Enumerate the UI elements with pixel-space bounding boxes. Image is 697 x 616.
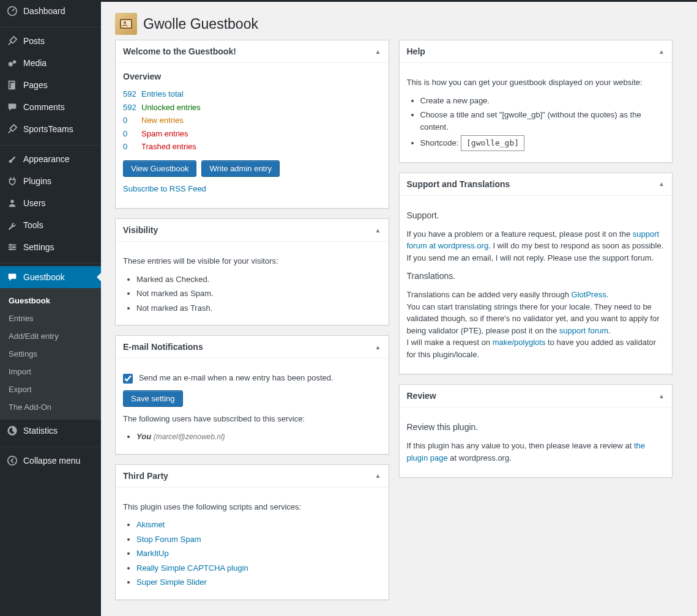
help-panel: Help ▲ This is how you can get your gues… <box>399 40 673 163</box>
submenu-item-import[interactable]: Import <box>0 363 101 380</box>
stats-row[interactable]: 592 Unlocked entries <box>123 102 381 114</box>
stats-row[interactable]: 0 Trashed entries <box>123 141 381 153</box>
stat-count: 592 <box>123 88 141 100</box>
page-title-text: Gwolle Guestbook <box>143 16 258 32</box>
panel-header[interactable]: E-mail Notifications ▲ <box>116 336 389 358</box>
review-paragraph: If this plugin has any value to you, the… <box>407 440 665 464</box>
triangle-up-icon[interactable]: ▲ <box>375 472 381 479</box>
user-icon <box>6 197 18 209</box>
rss-link[interactable]: Subscribe to RSS Feed <box>123 184 206 193</box>
guestbook-logo-icon <box>115 13 137 35</box>
brush-icon <box>6 153 18 165</box>
sidebar-item-label: Dashboard <box>23 6 65 16</box>
list-item: Not marked as Spam. <box>136 288 381 300</box>
help-intro: This is how you can get your guestbook d… <box>407 76 665 89</box>
list-item: MarkItUp <box>136 547 381 560</box>
panel-header[interactable]: Review ▲ <box>400 385 673 407</box>
write-admin-entry-button[interactable]: Write admin entry <box>201 160 280 177</box>
thirdparty-link[interactable]: Really Simple CAPTCHA plugin <box>136 563 248 573</box>
media-icon <box>6 57 18 69</box>
svg-point-10 <box>13 246 15 248</box>
panel-title: Visibility <box>123 225 158 235</box>
panel-header[interactable]: Third Party ▲ <box>116 465 389 488</box>
page-title: Gwolle Guestbook <box>115 8 673 40</box>
support-translations-panel: Support and Translations ▲ Support. If y… <box>399 173 673 375</box>
sidebar-item-collapse[interactable]: Collapse menu <box>0 450 101 472</box>
thirdparty-link[interactable]: Stop Forum Spam <box>136 535 201 544</box>
sidebar-item-dashboard[interactable]: Dashboard <box>0 0 101 22</box>
overview-heading: Overview <box>123 70 381 83</box>
sidebar-item-statistics[interactable]: Statistics <box>0 420 101 442</box>
checkbox-label: Send me an e-mail when a new entry has b… <box>139 373 334 382</box>
thirdparty-link[interactable]: Akismet <box>136 520 165 529</box>
support-paragraph: If you have a problem or a feature reque… <box>407 228 665 264</box>
thirdparty-link[interactable]: Super Simple Slider <box>136 577 207 587</box>
panel-title: Third Party <box>123 471 168 481</box>
panel-title: Help <box>407 46 425 56</box>
admin-sidebar: Dashboard Posts Media Pages Comments <box>0 0 101 616</box>
subscriber-email: (marcel@zenoweb.nl) <box>154 432 225 441</box>
svg-point-16 <box>124 21 126 24</box>
stats-row[interactable]: 592 Entries total <box>123 88 381 100</box>
stat-count: 592 <box>123 102 141 114</box>
svg-rect-4 <box>10 83 15 89</box>
sidebar-item-label: Comments <box>23 102 65 112</box>
submenu-item-export[interactable]: Export <box>0 380 101 398</box>
glotpress-link[interactable]: GlotPress <box>572 290 606 299</box>
sidebar-item-comments[interactable]: Comments <box>0 96 101 118</box>
chat-icon <box>6 271 18 283</box>
sidebar-item-guestbook[interactable]: Guestbook <box>0 266 101 288</box>
list-item: Choose a title and set "[gwolle_gb]" (wi… <box>420 109 665 133</box>
panel-title: Support and Translations <box>407 179 510 189</box>
view-guestbook-button[interactable]: View Guestbook <box>123 160 196 177</box>
stats-row[interactable]: 0 New entries <box>123 114 381 127</box>
panel-header[interactable]: Visibility ▲ <box>116 219 389 242</box>
wrench-icon <box>6 219 18 231</box>
sidebar-item-tools[interactable]: Tools <box>0 214 101 236</box>
submenu-item-guestbook[interactable]: Guestbook <box>0 292 101 310</box>
sidebar-item-sportsteams[interactable]: SportsTeams <box>0 118 101 140</box>
submenu-item union-entries[interactable]: Entries <box>0 310 101 327</box>
make-polyglots-link[interactable]: make/polyglots <box>493 338 546 347</box>
svg-point-5 <box>10 200 13 203</box>
pin-icon <box>6 35 18 47</box>
submenu-item-settings[interactable]: Settings <box>0 345 101 363</box>
shortcode-input[interactable]: [gwolle_gb] <box>461 135 524 151</box>
panel-header[interactable]: Welcome to the Guestbook! ▲ <box>116 40 389 63</box>
list-item: Not marked as Trash. <box>136 302 381 314</box>
subscriber-you: You <box>136 432 151 441</box>
triangle-up-icon[interactable]: ▲ <box>658 180 665 187</box>
stat-label: Unlocked entries <box>141 102 201 114</box>
visibility-intro: These entries will be visible for your v… <box>123 255 381 267</box>
stats-row[interactable]: 0 Spam entries <box>123 128 381 140</box>
triangle-up-icon[interactable]: ▲ <box>658 48 665 55</box>
sidebar-item-posts[interactable]: Posts <box>0 30 101 52</box>
sidebar-item-settings[interactable]: Settings <box>0 236 101 258</box>
list-item: Stop Forum Spam <box>136 533 381 546</box>
pin-icon <box>6 123 18 135</box>
stat-count: 0 <box>123 128 141 140</box>
review-panel: Review ▲ Review this plugin. If this plu… <box>399 384 673 478</box>
triangle-up-icon[interactable]: ▲ <box>375 344 381 351</box>
support-forum-link-2[interactable]: support forum <box>559 326 608 335</box>
email-notify-checkbox[interactable] <box>123 374 133 384</box>
sidebar-item-label: Media <box>23 58 47 68</box>
triangle-up-icon[interactable]: ▲ <box>658 393 665 399</box>
panel-header[interactable]: Help ▲ <box>400 40 673 63</box>
sidebar-item-media[interactable]: Media <box>0 52 101 74</box>
sidebar-item-appearance[interactable]: Appearance <box>0 148 101 170</box>
panel-header[interactable]: Support and Translations ▲ <box>400 173 673 196</box>
svg-point-1 <box>9 62 13 66</box>
plug-icon <box>6 175 18 187</box>
sidebar-item-label: Guestbook <box>23 272 65 282</box>
sidebar-item-pages[interactable]: Pages <box>0 74 101 96</box>
sidebar-item-plugins[interactable]: Plugins <box>0 170 101 192</box>
triangle-up-icon[interactable]: ▲ <box>375 48 381 55</box>
submenu-item-add-edit-entry[interactable]: Add/Edit entry <box>0 327 101 345</box>
submenu-item-addon[interactable]: The Add-On <box>0 398 101 416</box>
thirdparty-link[interactable]: MarkItUp <box>136 549 169 558</box>
triangle-up-icon[interactable]: ▲ <box>375 227 381 234</box>
sidebar-item-users[interactable]: Users <box>0 192 101 214</box>
shortcode-label: Shortcode: <box>420 138 461 147</box>
save-setting-button[interactable]: Save setting <box>123 390 183 407</box>
